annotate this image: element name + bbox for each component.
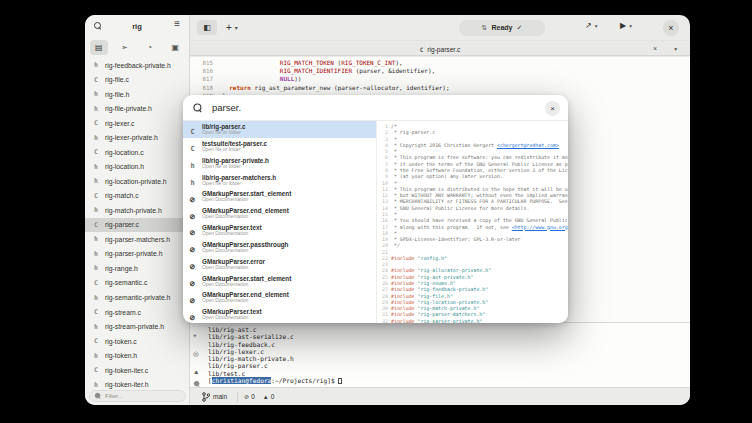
search-query-input[interactable]: parser. (212, 102, 241, 113)
chevron-down-icon: ▾ (629, 23, 632, 29)
selected-text: christian@fedora (212, 377, 272, 384)
file-row[interactable]: hrig-match-private.h (85, 203, 189, 218)
file-name: rig-semantic.c (105, 279, 147, 286)
file-row[interactable]: hrig-file-private.h (85, 102, 189, 117)
search-results-list: Clib/rig-parser.cOpen file or folderCtes… (183, 121, 377, 323)
search-result-row[interactable]: ⊘GMarkupParser.end_elementOpen Documenta… (183, 289, 376, 306)
file-row[interactable]: Crig-location.c (85, 145, 189, 160)
warning-count-value: 0 (271, 393, 275, 400)
file-name: rig-token-iter.c (105, 367, 148, 374)
c-file-icon: C (94, 366, 105, 374)
header-file-icon: h (94, 134, 105, 142)
tab-close-icon[interactable]: × (653, 45, 657, 52)
header-file-icon: h (94, 294, 105, 302)
header-file-icon: h (94, 235, 105, 243)
file-row[interactable]: Crig-file.c (85, 73, 189, 88)
result-subtitle: Open Documentation (202, 197, 291, 203)
file-row[interactable]: hrig-stream-private.h (85, 319, 189, 334)
c-file-icon: C (94, 76, 105, 84)
terminal-cursor (338, 378, 342, 384)
run-icon[interactable]: ➣ (116, 40, 134, 55)
search-result-row[interactable]: hlib/rig-parser-private.hOpen file or fo… (183, 155, 376, 172)
global-search-popup: parser. × Clib/rig-parser.cOpen file or … (183, 95, 568, 323)
tab-rig-parser[interactable]: C rig-parser.c (190, 41, 690, 57)
tab-dropdown-icon[interactable]: ▾ (674, 46, 677, 52)
c-file-icon: C (420, 46, 424, 53)
search-result-row[interactable]: ⊘GMarkupParser.textOpen Documentation (183, 222, 376, 239)
header-file-icon: h (94, 352, 105, 360)
file-name: rig-file.h (105, 91, 129, 98)
preview-line: 17 * along with this program. If not, se… (377, 224, 568, 230)
terminal[interactable]: lib/rig-ast.clib/rig-ast-serialize.clib/… (208, 326, 688, 384)
search-result-row[interactable]: hlib/rig-parser-matchers.hOpen file or f… (183, 171, 376, 188)
documentation-icon: ⊘ (190, 229, 196, 236)
terminal-line: lib/rig-ast-serialize.c (208, 333, 688, 340)
file-name: rig-match.c (105, 192, 139, 199)
file-row[interactable]: hrig-parser-matchers.h (85, 232, 189, 247)
file-name: rig-lexer.c (105, 120, 134, 127)
file-row[interactable]: hrig-file.h (85, 87, 189, 102)
file-row[interactable]: Crig-token.c (85, 334, 189, 349)
history-icon[interactable]: ◔ (141, 40, 159, 55)
chat-icon[interactable]: ▣ (167, 40, 185, 55)
globe-icon[interactable]: ◎ (193, 350, 199, 358)
divider (237, 392, 238, 402)
file-name: rig-token.c (105, 338, 137, 345)
window-close-button[interactable]: × (663, 20, 679, 36)
file-row[interactable]: hrig-range.h (85, 261, 189, 276)
documentation-icon: ⊘ (190, 246, 196, 253)
check-icon: ✓ (517, 24, 523, 32)
file-row[interactable]: Crig-token-iter.c (85, 363, 189, 378)
error-count[interactable]: ⊘ 0 (244, 393, 255, 400)
file-row[interactable]: hrig-lexer-private.h (85, 131, 189, 146)
popup-close-button[interactable]: × (545, 101, 560, 116)
line-number: 816 (190, 67, 213, 75)
result-subtitle: Open Documentation (202, 248, 288, 254)
project-tree-icon[interactable]: ▤ (90, 40, 108, 55)
result-subtitle: Open file or folder (202, 147, 267, 153)
warning-count[interactable]: ▲ 0 (263, 393, 275, 400)
file-name: rig-range.h (105, 265, 138, 272)
search-result-row[interactable]: ⊘GMarkupParser.textOpen Documentation (183, 306, 376, 323)
new-tab-button[interactable]: + ▾ (223, 20, 241, 35)
search-result-row[interactable]: ⊘GMarkupParser.start_elementOpen Documen… (183, 188, 376, 205)
header-file-icon: h (94, 381, 105, 389)
search-result-row[interactable]: ⊘GMarkupParser.passthroughOpen Documenta… (183, 239, 376, 256)
location-icon[interactable]: ⌖ (193, 332, 197, 340)
file-name: rig-feedback-private.h (105, 62, 171, 69)
git-branch-button[interactable]: main (198, 390, 231, 404)
file-row[interactable]: hrig-location-private.h (85, 174, 189, 189)
header-file-icon: h (94, 323, 105, 331)
file-name: rig-location-private.h (105, 178, 167, 185)
file-name: rig-stream.c (105, 309, 141, 316)
build-status-button[interactable]: ⇅ Ready ✓ (459, 20, 545, 36)
deploy-button[interactable]: ↗ ▾ (585, 21, 597, 30)
file-row[interactable]: Crig-parser.c (85, 218, 189, 233)
file-row[interactable]: hrig-token.h (85, 348, 189, 363)
deploy-arrow-icon: ↗ (585, 21, 592, 30)
filter-input[interactable]: Filter... (89, 390, 186, 402)
file-row[interactable]: Crig-stream.c (85, 305, 189, 320)
search-result-row[interactable]: ⊘GMarkupParser.errorOpen Documentation (183, 256, 376, 273)
result-title: GMarkupParser.end_element (202, 291, 289, 298)
search-result-row[interactable]: Ctestsuite/test-parser.cOpen file or fol… (183, 138, 376, 155)
file-row[interactable]: Crig-lexer.c (85, 116, 189, 131)
file-row[interactable]: Crig-semantic.c (85, 276, 189, 291)
hamburger-menu-icon[interactable]: ≡ (174, 18, 180, 29)
search-result-row[interactable]: Clib/rig-parser.cOpen file or folder (183, 121, 376, 138)
search-result-row[interactable]: ⊘GMarkupParser.start_elementOpen Documen… (183, 272, 376, 289)
result-subtitle: Open file or folder (202, 164, 269, 170)
result-subtitle: Open Documentation (202, 214, 289, 220)
error-count-value: 0 (251, 393, 255, 400)
run-button[interactable]: ▶ ▾ (620, 21, 632, 30)
file-name: rig-location.h (105, 163, 144, 170)
file-row[interactable]: hrig-location.h (85, 160, 189, 175)
file-row[interactable]: hrig-feedback-private.h (85, 58, 189, 73)
file-row[interactable]: hrig-parser-private.h (85, 247, 189, 262)
file-row[interactable]: hrig-semantic-private.h (85, 290, 189, 305)
search-result-row[interactable]: ⊘GMarkupParser.end_elementOpen Documenta… (183, 205, 376, 222)
flask-icon[interactable]: ▲ (193, 368, 199, 375)
panel-toggle-button[interactable]: ◧ (197, 20, 217, 35)
search-popup-body: Clib/rig-parser.cOpen file or folderCtes… (183, 121, 568, 323)
file-row[interactable]: Crig-match.c (85, 189, 189, 204)
